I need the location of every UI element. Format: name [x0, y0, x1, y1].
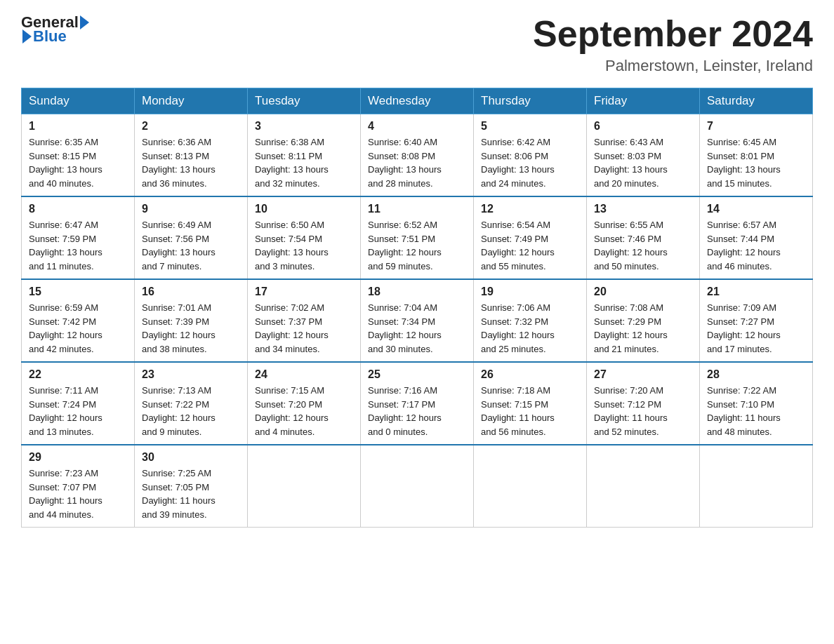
col-header-tuesday: Tuesday	[248, 88, 361, 114]
calendar-week-row: 8Sunrise: 6:47 AMSunset: 7:59 PMDaylight…	[22, 196, 813, 279]
day-number: 15	[29, 286, 127, 298]
logo-arrow-icon	[80, 15, 89, 29]
logo-text-blue: Blue	[33, 28, 67, 45]
calendar-cell: 3Sunrise: 6:38 AMSunset: 8:11 PMDaylight…	[248, 114, 361, 197]
calendar-week-row: 22Sunrise: 7:11 AMSunset: 7:24 PMDayligh…	[22, 362, 813, 445]
calendar-cell: 8Sunrise: 6:47 AMSunset: 7:59 PMDaylight…	[22, 196, 135, 279]
day-number: 25	[368, 368, 466, 381]
calendar-week-row: 29Sunrise: 7:23 AMSunset: 7:07 PMDayligh…	[22, 445, 813, 528]
day-info: Sunrise: 7:22 AMSunset: 7:10 PMDaylight:…	[707, 384, 805, 438]
day-number: 17	[255, 286, 353, 298]
day-info: Sunrise: 6:40 AMSunset: 8:08 PMDaylight:…	[368, 135, 466, 190]
day-number: 28	[707, 368, 805, 381]
day-number: 10	[255, 203, 353, 215]
day-info: Sunrise: 7:18 AMSunset: 7:15 PMDaylight:…	[481, 384, 579, 438]
day-info: Sunrise: 6:55 AMSunset: 7:46 PMDaylight:…	[594, 218, 692, 273]
col-header-thursday: Thursday	[474, 88, 587, 114]
day-number: 21	[707, 286, 805, 298]
col-header-saturday: Saturday	[700, 88, 813, 114]
calendar-cell: 2Sunrise: 6:36 AMSunset: 8:13 PMDaylight…	[135, 114, 248, 197]
calendar-cell: 26Sunrise: 7:18 AMSunset: 7:15 PMDayligh…	[474, 362, 587, 445]
location-subtitle: Palmerstown, Leinster, Ireland	[533, 57, 813, 75]
calendar-cell: 11Sunrise: 6:52 AMSunset: 7:51 PMDayligh…	[361, 196, 474, 279]
page-header: General Blue September 2024 Palmerstown,…	[21, 14, 813, 75]
day-number: 24	[255, 368, 353, 381]
day-info: Sunrise: 7:16 AMSunset: 7:17 PMDaylight:…	[368, 384, 466, 438]
day-number: 6	[594, 120, 692, 133]
day-number: 13	[594, 203, 692, 215]
calendar-cell: 24Sunrise: 7:15 AMSunset: 7:20 PMDayligh…	[248, 362, 361, 445]
col-header-wednesday: Wednesday	[361, 88, 474, 114]
day-info: Sunrise: 7:06 AMSunset: 7:32 PMDaylight:…	[481, 301, 579, 356]
calendar-cell	[587, 445, 700, 528]
day-number: 7	[707, 120, 805, 133]
day-info: Sunrise: 7:20 AMSunset: 7:12 PMDaylight:…	[594, 384, 692, 438]
day-info: Sunrise: 7:04 AMSunset: 7:34 PMDaylight:…	[368, 301, 466, 356]
day-info: Sunrise: 6:42 AMSunset: 8:06 PMDaylight:…	[481, 135, 579, 190]
calendar-cell: 25Sunrise: 7:16 AMSunset: 7:17 PMDayligh…	[361, 362, 474, 445]
day-number: 12	[481, 203, 579, 215]
calendar-cell: 29Sunrise: 7:23 AMSunset: 7:07 PMDayligh…	[22, 445, 135, 528]
title-block: September 2024 Palmerstown, Leinster, Ir…	[533, 14, 813, 75]
calendar-cell: 5Sunrise: 6:42 AMSunset: 8:06 PMDaylight…	[474, 114, 587, 197]
calendar-cell	[700, 445, 813, 528]
day-number: 11	[368, 203, 466, 215]
day-number: 9	[142, 203, 240, 215]
day-info: Sunrise: 7:08 AMSunset: 7:29 PMDaylight:…	[594, 301, 692, 356]
day-number: 3	[255, 120, 353, 133]
calendar-cell: 12Sunrise: 6:54 AMSunset: 7:49 PMDayligh…	[474, 196, 587, 279]
day-number: 20	[594, 286, 692, 298]
day-info: Sunrise: 7:11 AMSunset: 7:24 PMDaylight:…	[29, 384, 127, 438]
day-number: 5	[481, 120, 579, 133]
day-number: 2	[142, 120, 240, 133]
day-info: Sunrise: 6:35 AMSunset: 8:15 PMDaylight:…	[29, 135, 127, 190]
day-info: Sunrise: 7:13 AMSunset: 7:22 PMDaylight:…	[142, 384, 240, 438]
calendar-cell: 7Sunrise: 6:45 AMSunset: 8:01 PMDaylight…	[700, 114, 813, 197]
day-info: Sunrise: 6:57 AMSunset: 7:44 PMDaylight:…	[707, 218, 805, 273]
logo: General Blue	[21, 14, 89, 45]
day-info: Sunrise: 7:01 AMSunset: 7:39 PMDaylight:…	[142, 301, 240, 356]
calendar-cell: 6Sunrise: 6:43 AMSunset: 8:03 PMDaylight…	[587, 114, 700, 197]
calendar-cell: 30Sunrise: 7:25 AMSunset: 7:05 PMDayligh…	[135, 445, 248, 528]
calendar-cell: 1Sunrise: 6:35 AMSunset: 8:15 PMDaylight…	[22, 114, 135, 197]
day-number: 16	[142, 286, 240, 298]
day-number: 29	[29, 451, 127, 464]
day-info: Sunrise: 6:50 AMSunset: 7:54 PMDaylight:…	[255, 218, 353, 273]
day-number: 1	[29, 120, 127, 133]
col-header-friday: Friday	[587, 88, 700, 114]
day-info: Sunrise: 6:43 AMSunset: 8:03 PMDaylight:…	[594, 135, 692, 190]
day-number: 8	[29, 203, 127, 215]
calendar-cell	[361, 445, 474, 528]
calendar-cell: 4Sunrise: 6:40 AMSunset: 8:08 PMDaylight…	[361, 114, 474, 197]
calendar-cell: 27Sunrise: 7:20 AMSunset: 7:12 PMDayligh…	[587, 362, 700, 445]
calendar-cell	[474, 445, 587, 528]
calendar-header-row: SundayMondayTuesdayWednesdayThursdayFrid…	[22, 88, 813, 114]
day-number: 18	[368, 286, 466, 298]
calendar-cell	[248, 445, 361, 528]
day-number: 14	[707, 203, 805, 215]
calendar-cell: 10Sunrise: 6:50 AMSunset: 7:54 PMDayligh…	[248, 196, 361, 279]
col-header-sunday: Sunday	[22, 88, 135, 114]
day-number: 22	[29, 368, 127, 381]
day-info: Sunrise: 6:45 AMSunset: 8:01 PMDaylight:…	[707, 135, 805, 190]
day-info: Sunrise: 6:52 AMSunset: 7:51 PMDaylight:…	[368, 218, 466, 273]
day-info: Sunrise: 7:09 AMSunset: 7:27 PMDaylight:…	[707, 301, 805, 356]
day-info: Sunrise: 7:25 AMSunset: 7:05 PMDaylight:…	[142, 467, 240, 521]
calendar-cell: 23Sunrise: 7:13 AMSunset: 7:22 PMDayligh…	[135, 362, 248, 445]
day-info: Sunrise: 6:38 AMSunset: 8:11 PMDaylight:…	[255, 135, 353, 190]
calendar-week-row: 1Sunrise: 6:35 AMSunset: 8:15 PMDaylight…	[22, 114, 813, 197]
day-number: 30	[142, 451, 240, 464]
day-info: Sunrise: 6:49 AMSunset: 7:56 PMDaylight:…	[142, 218, 240, 273]
calendar-table: SundayMondayTuesdayWednesdayThursdayFrid…	[21, 88, 813, 528]
day-info: Sunrise: 6:59 AMSunset: 7:42 PMDaylight:…	[29, 301, 127, 356]
calendar-cell: 17Sunrise: 7:02 AMSunset: 7:37 PMDayligh…	[248, 279, 361, 362]
calendar-cell: 21Sunrise: 7:09 AMSunset: 7:27 PMDayligh…	[700, 279, 813, 362]
day-info: Sunrise: 7:02 AMSunset: 7:37 PMDaylight:…	[255, 301, 353, 356]
day-info: Sunrise: 7:15 AMSunset: 7:20 PMDaylight:…	[255, 384, 353, 438]
calendar-cell: 22Sunrise: 7:11 AMSunset: 7:24 PMDayligh…	[22, 362, 135, 445]
calendar-cell: 9Sunrise: 6:49 AMSunset: 7:56 PMDaylight…	[135, 196, 248, 279]
logo-arrow-icon2	[22, 29, 32, 43]
day-info: Sunrise: 6:54 AMSunset: 7:49 PMDaylight:…	[481, 218, 579, 273]
col-header-monday: Monday	[135, 88, 248, 114]
day-number: 27	[594, 368, 692, 381]
